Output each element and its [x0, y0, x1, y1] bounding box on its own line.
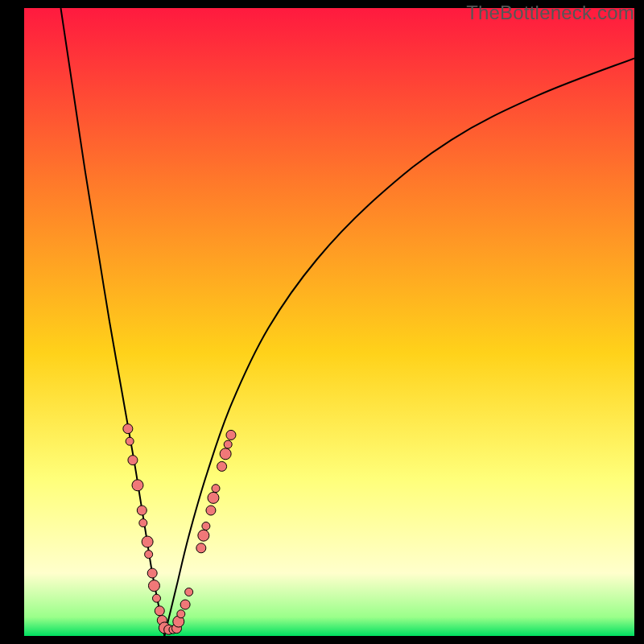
scatter-dot	[155, 606, 164, 616]
scatter-dot	[196, 543, 206, 553]
scatter-dot	[198, 530, 209, 541]
scatter-dot	[148, 580, 159, 592]
scatter-dot	[226, 430, 236, 440]
scatter-dot	[217, 461, 227, 471]
scatter-dot	[137, 506, 147, 515]
scatter-dot	[126, 437, 134, 445]
watermark-text: TheBottleneck.com	[466, 2, 634, 24]
scatter-dot	[180, 600, 190, 609]
gradient-background	[24, 8, 634, 636]
bottleneck-plot	[24, 8, 634, 636]
scatter-dot	[152, 594, 160, 602]
scatter-dot	[177, 610, 185, 618]
scatter-dot	[123, 424, 133, 434]
scatter-dot	[139, 519, 147, 527]
scatter-dot	[208, 492, 219, 503]
scatter-dot	[147, 568, 157, 578]
scatter-dot	[206, 506, 216, 515]
scatter-dot	[145, 551, 153, 559]
scatter-dot	[185, 588, 193, 596]
scatter-dot	[202, 522, 210, 530]
scatter-dot	[212, 485, 220, 493]
scatter-dot	[224, 440, 232, 448]
scatter-dot	[128, 456, 138, 465]
chart-frame	[24, 8, 634, 636]
scatter-dot	[220, 448, 231, 460]
scatter-dot	[142, 536, 153, 547]
scatter-dot	[132, 480, 143, 491]
